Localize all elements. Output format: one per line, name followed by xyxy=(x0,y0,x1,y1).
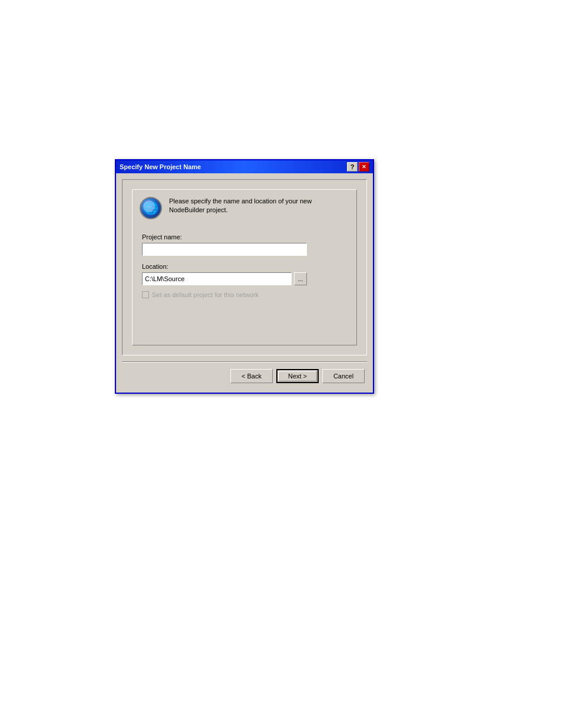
content-area: Please specify the name and location of … xyxy=(122,179,367,355)
button-bar: < Back Next > Cancel xyxy=(122,367,367,387)
location-input[interactable] xyxy=(142,272,292,285)
back-button[interactable]: < Back xyxy=(230,369,273,383)
dialog-container: Specify New Project Name ? ✕ Please spec… xyxy=(115,159,374,394)
cancel-button[interactable]: Cancel xyxy=(322,369,365,383)
next-button[interactable]: Next > xyxy=(276,369,319,383)
title-bar: Specify New Project Name ? ✕ xyxy=(116,160,373,173)
close-button[interactable]: ✕ xyxy=(359,162,369,172)
location-label: Location: xyxy=(142,263,349,270)
form-section: Project name: Location: ... Set as defau… xyxy=(140,233,349,298)
content-inner: Please specify the name and location of … xyxy=(132,189,357,345)
wizard-icon xyxy=(140,197,162,219)
default-project-checkbox xyxy=(142,291,149,298)
header-section: Please specify the name and location of … xyxy=(140,197,349,219)
header-description: Please specify the name and location of … xyxy=(169,197,312,215)
checkbox-label: Set as default project for this network xyxy=(152,291,259,298)
title-bar-buttons: ? ✕ xyxy=(347,162,369,172)
project-name-label: Project name: xyxy=(142,233,349,241)
separator xyxy=(122,361,367,362)
help-button[interactable]: ? xyxy=(347,162,358,172)
project-name-input[interactable] xyxy=(142,243,307,256)
location-row: ... xyxy=(142,272,349,285)
browse-button[interactable]: ... xyxy=(294,272,307,285)
dialog-title: Specify New Project Name xyxy=(120,163,201,170)
checkbox-row: Set as default project for this network xyxy=(142,291,349,298)
dialog-body: Please specify the name and location of … xyxy=(116,173,373,393)
specify-project-dialog: Specify New Project Name ? ✕ Please spec… xyxy=(115,159,374,394)
